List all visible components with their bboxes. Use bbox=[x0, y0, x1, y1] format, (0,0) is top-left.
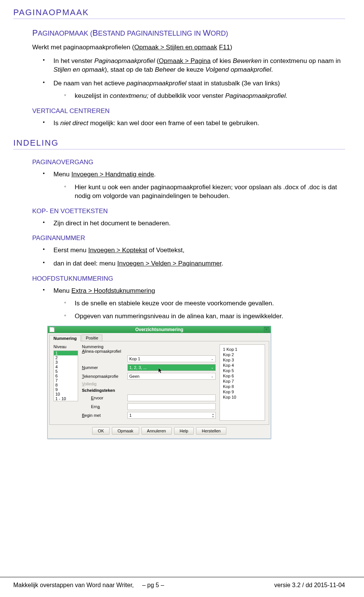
annuleren-button[interactable]: Annuleren bbox=[141, 427, 172, 435]
list-item: dan in dat deel: menu Invoegen > Velden … bbox=[32, 259, 345, 268]
nummer-label: Nummer bbox=[82, 365, 127, 370]
niveau-list[interactable]: 1 2 3 4 5 6 7 8 9 10 1 - 10 bbox=[53, 350, 78, 401]
preview-line: Kop 6 bbox=[223, 374, 262, 378]
scheidingsteken-label: Scheidingsteken bbox=[82, 388, 127, 393]
opmaak-button[interactable]: Opmaak bbox=[112, 427, 139, 435]
footer-left: Makkelijk overstappen van Word naar Writ… bbox=[13, 582, 164, 589]
niveau-item[interactable]: 8 bbox=[54, 383, 78, 387]
preview-line: Kop 4 bbox=[223, 363, 262, 368]
begin-met-spinner[interactable]: 1▴▾ bbox=[127, 412, 216, 419]
heading-verticaal-centreren: VERTICAAL CENTREREN bbox=[32, 107, 345, 115]
niveau-item[interactable]: 5 bbox=[54, 369, 78, 374]
chevron-down-icon: ⌄ bbox=[209, 374, 214, 378]
heading-paginaovergang: PAGINAOVERGANG bbox=[32, 159, 345, 166]
preview-pane: 1 Kop 1 Kop 2 Kop 3 Kop 4 Kop 5 Kop 6 Ko… bbox=[220, 344, 265, 421]
ervoor-input[interactable] bbox=[127, 394, 216, 401]
niveau-item[interactable]: 9 bbox=[54, 387, 78, 392]
dialog-titlebar[interactable]: Overzichtsnummering × bbox=[48, 326, 271, 333]
tab-positie[interactable]: Positie bbox=[82, 335, 102, 341]
heading-paginaopmaak: PAGINAOPMAAK bbox=[13, 8, 345, 19]
heading-paginanummer: PAGINANUMMER bbox=[32, 234, 345, 242]
list-item: keuzelijst in contextmenu; of dubbelklik… bbox=[53, 91, 345, 100]
heading-paginaopmaak-word: PAGINAOPMAAK (BESTAND PAGINAINSTELLING I… bbox=[32, 28, 345, 38]
list-item: Hier kunt u ook een ander paginaopmaakpr… bbox=[53, 183, 345, 201]
close-icon[interactable]: × bbox=[264, 327, 269, 332]
teken-profiel-select[interactable]: Geen⌄ bbox=[127, 373, 216, 380]
herstellen-button[interactable]: Herstellen bbox=[196, 427, 226, 435]
ervoor-label: Ervoor bbox=[82, 396, 127, 400]
niveau-item[interactable]: 3 bbox=[54, 360, 78, 364]
dialog-title: Overzichtsnummering bbox=[135, 327, 184, 332]
list-item: Opgeven van nummeringsniveau in de aline… bbox=[53, 312, 345, 320]
preview-line: Kop 8 bbox=[223, 384, 262, 389]
document-icon bbox=[49, 327, 55, 332]
list-item: Menu Invoegen > Handmatig einde. Hier ku… bbox=[32, 170, 345, 200]
intro-paragraph: Werkt met paginaopmaakprofielen (Opmaak … bbox=[32, 43, 345, 52]
heading-indeling: INDELING bbox=[13, 138, 345, 149]
niveau-item[interactable]: 7 bbox=[54, 378, 78, 383]
heading-kop-voetteksten: KOP- EN VOETTEKSTEN bbox=[32, 207, 345, 215]
preview-line: Kop 9 bbox=[223, 390, 262, 394]
preview-line: Kop 7 bbox=[223, 379, 262, 383]
nummer-select[interactable]: 1, 2, 3, ...⌄ bbox=[127, 364, 216, 371]
ok-button[interactable]: OK bbox=[92, 427, 110, 435]
alinea-profiel-label: AAlinea-opmaakprofiellinea-opmaakprofiel bbox=[82, 349, 127, 353]
list-item: Is niet direct mogelijk: kan wel door ee… bbox=[32, 119, 345, 127]
chevron-down-icon: ⌄ bbox=[209, 366, 214, 369]
list-item: Eerst menu Invoegen > Koptekst of Voette… bbox=[32, 246, 345, 255]
dialog-overzichtsnummering: Overzichtsnummering × Nummering Positie … bbox=[47, 326, 271, 439]
list-item: De naam van het actieve paginaopmaakprof… bbox=[32, 79, 345, 101]
list-item: Is de snelle en stabiele keuze voor de m… bbox=[53, 299, 345, 308]
niveau-label: Niveau bbox=[53, 344, 78, 349]
page-footer: Makkelijk overstappen van Word naar Writ… bbox=[0, 577, 364, 589]
niveau-item[interactable]: 1 bbox=[54, 351, 78, 355]
chevron-down-icon: ⌄ bbox=[209, 357, 214, 361]
footer-right: versie 3.2 / dd 2015-11-04 bbox=[274, 582, 345, 589]
niveau-item[interactable]: 6 bbox=[54, 374, 78, 378]
erna-label: Erna bbox=[82, 404, 127, 409]
tab-nummering[interactable]: Nummering bbox=[49, 335, 81, 341]
list-item: Menu Extra > Hoofdstuknummering Is de sn… bbox=[32, 286, 345, 320]
teken-profiel-label: Tekenopmaakprofie bbox=[82, 374, 127, 379]
spinner-buttons[interactable]: ▴▾ bbox=[212, 413, 214, 418]
erna-input[interactable] bbox=[127, 403, 216, 410]
preview-line: 1 Kop 1 bbox=[223, 347, 262, 352]
niveau-item[interactable]: 2 bbox=[54, 355, 78, 360]
volledig-label: Volledig bbox=[82, 382, 127, 386]
list-item: In het venster Paginaopmaakprofiel (Opma… bbox=[32, 57, 345, 74]
help-button[interactable]: Help bbox=[174, 427, 194, 435]
preview-line: Kop 3 bbox=[223, 358, 262, 362]
preview-line: Kop 5 bbox=[223, 368, 262, 373]
nummering-section-label: Nummering bbox=[82, 344, 216, 349]
niveau-item[interactable]: 10 bbox=[54, 392, 78, 396]
begin-met-label: Begin met bbox=[82, 413, 127, 418]
niveau-item[interactable]: 4 bbox=[54, 364, 78, 369]
list-item: Zijn direct in het document te benaderen… bbox=[32, 219, 345, 228]
alinea-profiel-select[interactable]: Kop 1⌄ bbox=[127, 355, 216, 362]
preview-line: Kop 10 bbox=[223, 395, 262, 399]
niveau-item[interactable]: 1 - 10 bbox=[54, 396, 78, 401]
preview-line: Kop 2 bbox=[223, 352, 262, 357]
heading-hoofdstuknummering: HOOFDSTUKNUMMERING bbox=[32, 275, 345, 283]
